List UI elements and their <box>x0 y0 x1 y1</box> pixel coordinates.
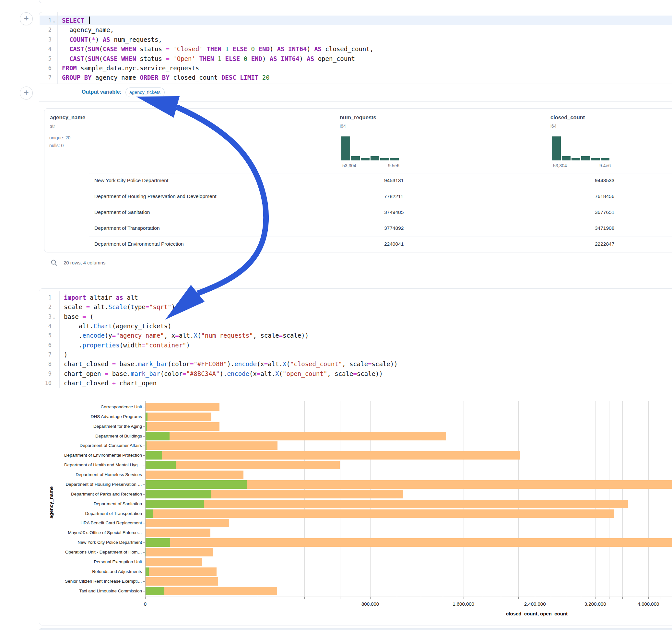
chart-bar-closed <box>146 509 614 518</box>
code-line[interactable]: 6FROM sample_data.nyc.service_requests <box>39 63 672 73</box>
table-row[interactable]: Department of Environmental Protection22… <box>89 237 672 252</box>
cell-agency-name: Department of Housing Preservation and D… <box>94 193 217 199</box>
y-axis-title: agency_name <box>48 486 54 518</box>
chart-bar-open <box>146 548 146 556</box>
x-axis-title: closed_count, open_count <box>506 611 568 616</box>
chart-bar-closed <box>146 529 211 537</box>
num-requests-histogram <box>341 137 399 161</box>
code-line[interactable]: 3 COUNT(*) AS num_requests, <box>39 35 672 44</box>
column-name: closed_count <box>550 114 585 121</box>
chart-gridline <box>340 401 340 597</box>
chart-bar-open <box>146 451 162 460</box>
code-line[interactable]: 1import altair as alt <box>39 293 672 302</box>
chart-bar-open <box>146 441 146 450</box>
chart-gridline <box>595 401 596 597</box>
y-axis-tick <box>143 494 145 494</box>
cell-agency-name: New York City Police Department <box>94 177 168 184</box>
histogram-bar <box>380 158 389 161</box>
line-number: 4 <box>41 321 51 331</box>
code-line[interactable]: 5 CAST(SUM(CASE WHEN status = 'Open' THE… <box>39 54 672 64</box>
line-number: 7 <box>41 73 51 82</box>
chevron-down-icon[interactable]: ⌄ <box>53 16 55 26</box>
output-variable-pill[interactable]: agency_tickets <box>125 88 165 97</box>
y-axis-tick <box>143 562 145 562</box>
chart-bar-open <box>146 413 147 421</box>
table-row[interactable]: Department of Sanitation37494853677651 <box>89 205 672 221</box>
column-type: i64 <box>550 123 557 129</box>
code-line[interactable]: 4 CAST(SUM(CASE WHEN status = 'Closed' T… <box>39 44 672 54</box>
previous-cell-edge <box>39 0 672 3</box>
column-name: num_requests <box>340 114 376 121</box>
code-text: GROUP BY agency_name ORDER BY closed_cou… <box>62 73 270 82</box>
x-axis-tick <box>463 597 464 599</box>
code-line[interactable]: 7GROUP BY agency_name ORDER BY closed_co… <box>39 73 672 82</box>
bar-chart: Correspondence UnitDHS Advantage Program… <box>39 396 672 623</box>
code-text: chart_closed + chart_open <box>64 378 157 388</box>
chart-bar-closed <box>146 403 220 411</box>
chevron-down-icon[interactable]: ⌄ <box>53 312 55 322</box>
y-axis-label: Department of Homeless Services <box>45 472 142 477</box>
add-cell-button-top[interactable]: + <box>20 12 33 25</box>
table-row[interactable]: New York City Police Department945313194… <box>89 173 672 189</box>
x-axis-tick <box>397 597 397 599</box>
line-number: 5 <box>41 331 51 340</box>
gutter-divider <box>59 291 59 388</box>
y-axis-label: Department of Environmental Protection <box>45 453 142 458</box>
y-axis-label: DHS Advantage Programs <box>45 414 142 419</box>
y-axis-tick <box>143 514 145 514</box>
python-code-editor[interactable]: 1import altair as alt2scale = alt.Scale(… <box>39 293 672 390</box>
chart-bar-open <box>146 490 212 499</box>
x-axis-tick <box>258 597 258 599</box>
line-number: 3 <box>41 312 51 321</box>
code-line[interactable]: 4 alt.Chart(agency_tickets) <box>39 321 672 331</box>
y-axis-label: Department of Parks and Recreation <box>45 492 142 496</box>
chart-gridline <box>501 401 501 597</box>
chart-bar-open <box>146 587 164 595</box>
gutter-divider <box>57 12 58 84</box>
code-text: COUNT(*) AS num_requests, <box>62 35 162 44</box>
code-line[interactable]: 5 .encode(y="agency_name", x=alt.X("num_… <box>39 331 672 340</box>
cell-agency-name: Department of Transportation <box>94 225 160 231</box>
code-line[interactable]: 2 agency_name, <box>39 25 672 35</box>
python-cell: 1import altair as alt2scale = alt.Scale(… <box>39 288 672 626</box>
code-line[interactable]: 7) <box>39 350 672 359</box>
chart-gridline <box>648 401 649 597</box>
x-axis-tick <box>551 597 551 599</box>
y-axis-tick <box>143 523 145 524</box>
code-text: ) <box>64 350 67 359</box>
y-axis-tick <box>143 455 145 456</box>
x-axis-tick <box>370 597 370 599</box>
text-caret <box>89 17 90 24</box>
code-line[interactable]: 10chart_closed + chart_open <box>39 378 672 388</box>
y-axis-label: Department of Buildings <box>45 434 142 438</box>
table-row-count: 20 rows, 4 columns <box>64 260 105 265</box>
code-line[interactable]: 6 .properties(width="container") <box>39 340 672 350</box>
y-axis-label: Operations Unit - Department of Hom… <box>45 550 142 555</box>
chart-gridline <box>551 401 551 597</box>
table-row[interactable]: Department of Housing Preservation and D… <box>89 189 672 205</box>
line-number: 6 <box>41 340 51 350</box>
code-line[interactable]: 1⌄SELECT <box>39 16 672 25</box>
result-table-card: agency_name str unique: 20 nulls: 0 num_… <box>44 108 672 252</box>
cell-closed-count: 3471908 <box>595 225 614 231</box>
code-line[interactable]: 9chart_open = base.mark_bar(color="#8BC3… <box>39 369 672 379</box>
line-number: 2 <box>41 302 51 312</box>
search-icon[interactable] <box>51 259 58 266</box>
x-axis-tick-label: 800,000 <box>361 601 379 607</box>
chart-bar-closed <box>146 587 277 595</box>
line-number: 2 <box>41 25 51 35</box>
code-text: .properties(width="container") <box>64 340 190 350</box>
column-nulls-stat: nulls: 0 <box>49 143 64 148</box>
code-line[interactable]: 8chart_closed = base.mark_bar(color="#FF… <box>39 359 672 369</box>
chart-bar-open <box>146 432 170 440</box>
x-axis-tick-label: 4,000,000 <box>638 601 659 607</box>
code-text: import altair as alt <box>64 293 138 302</box>
x-axis-tick <box>648 597 649 599</box>
code-line[interactable]: 3⌄base = ( <box>39 312 672 321</box>
code-line[interactable]: 2scale = alt.Scale(type="sqrt") <box>39 302 672 312</box>
table-row[interactable]: Department of Transportation377489234719… <box>89 221 672 237</box>
x-axis-tick <box>609 597 609 599</box>
line-number: 7 <box>41 350 51 359</box>
chart-gridline <box>636 401 636 597</box>
add-cell-button-middle[interactable]: + <box>20 87 33 99</box>
